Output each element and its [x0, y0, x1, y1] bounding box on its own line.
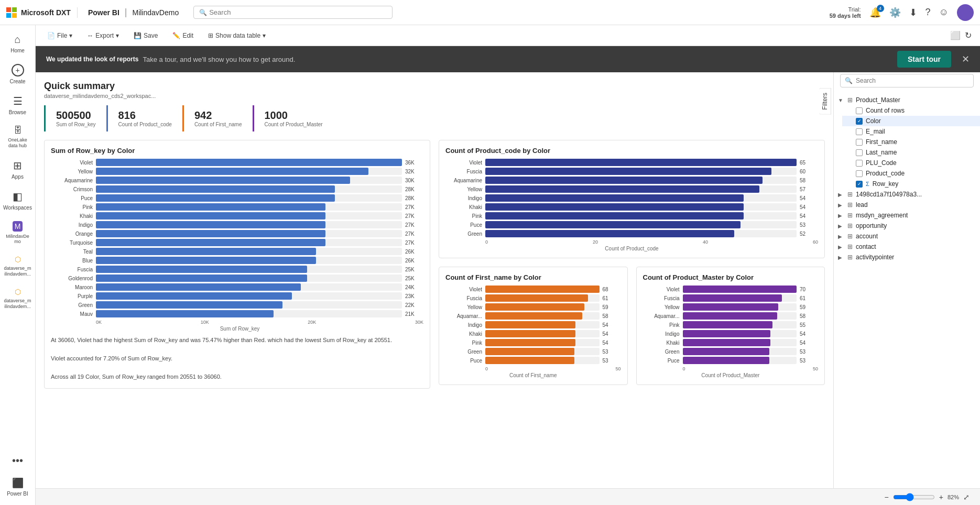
tree-field-e_mail[interactable]: E_mail — [842, 126, 980, 137]
sidebar-label-apps: Apps — [12, 174, 24, 180]
notification-bell[interactable]: 🔔 4 — [869, 7, 881, 18]
smiley-icon[interactable]: ☺ — [939, 7, 949, 18]
ms-yellow — [12, 13, 17, 18]
tree-field-color[interactable]: ✓ Color — [842, 116, 980, 126]
show-data-table-button[interactable]: ⊞ Show data table ▾ — [205, 30, 269, 41]
bar-container — [96, 168, 402, 175]
tree-group-row[interactable]: ▼ ⊞ Product_Master — [834, 95, 980, 105]
home-icon: ⌂ — [14, 34, 20, 46]
tree-field-count-of-rows[interactable]: Count of rows — [842, 105, 980, 116]
edit-button[interactable]: ✏️ Edit — [169, 30, 197, 41]
bar-label: Khaki — [445, 331, 482, 337]
bar-value: 32K — [405, 169, 423, 174]
topnav-right: Trial: 59 days left 🔔 4 ⚙️ ⬇ ? ☺ — [830, 4, 974, 21]
bar-row: Yellow 59 — [643, 303, 819, 311]
tree-field-plu_code[interactable]: PLU_Code — [842, 158, 980, 168]
bar-container — [96, 194, 402, 202]
tree-field-checkbox[interactable] — [856, 128, 863, 135]
avatar[interactable] — [957, 4, 974, 21]
your-data-search[interactable]: 🔍 — [840, 74, 974, 87]
zoom-out-button[interactable]: − — [883, 492, 891, 502]
quick-summary-title: Quick summary — [44, 81, 825, 92]
tree-field-checkbox[interactable] — [856, 107, 863, 114]
sidebar-item-onelake[interactable]: 🗄 OneLakedata hub — [2, 122, 34, 153]
bar-row: Green 53 — [445, 348, 621, 355]
bar-row: Indigo 27K — [56, 221, 423, 228]
zoom-slider[interactable] — [893, 493, 935, 501]
tree-group-1498cd1a7f104978a3...[interactable]: ▶ ⊞ 1498cd1a7f104978a3... — [834, 189, 980, 200]
metric-label: Count of First_name — [194, 122, 242, 127]
filters-tab[interactable]: Filters — [819, 88, 831, 115]
save-button[interactable]: 💾 Save — [130, 30, 161, 41]
tree-field-first_name[interactable]: First_name — [842, 137, 980, 147]
export-button[interactable]: ↔ Export ▾ — [84, 30, 122, 41]
dv1-icon: ⬡ — [15, 255, 21, 264]
onelake-icon: 🗄 — [14, 126, 22, 135]
tree-group-lead[interactable]: ▶ ⊞ lead — [834, 200, 980, 210]
chart2-bar-chart: Violet 65 Fuscia 60 Aquamarine 58 Yellow… — [445, 159, 818, 237]
bar-row: Indigo 54 — [445, 321, 621, 328]
tree-group-row[interactable]: ▶ ⊞ msdyn_agreement — [834, 210, 980, 221]
rp-search-input[interactable] — [856, 77, 969, 84]
tree-group-account[interactable]: ▶ ⊞ account — [834, 231, 980, 241]
tree-group-contact[interactable]: ▶ ⊞ contact — [834, 241, 980, 252]
tree-field-checkbox[interactable] — [856, 139, 863, 146]
sidebar-item-home[interactable]: ⌂ Home — [2, 29, 34, 58]
help-icon[interactable]: ? — [925, 7, 931, 18]
download-icon[interactable]: ⬇ — [909, 7, 917, 18]
sidebar-label-workspaces: Workspaces — [3, 205, 32, 211]
start-tour-button[interactable]: Start tour — [897, 51, 951, 68]
tree-field-product_code[interactable]: Product_code — [842, 168, 980, 179]
sidebar-item-create[interactable]: + Create — [2, 60, 34, 89]
bar-value: 27K — [405, 240, 423, 246]
tree-group-row[interactable]: ▶ ⊞ activitypointer — [834, 252, 980, 262]
tree-group-label: activitypointer — [856, 254, 894, 261]
file-button[interactable]: 📄 File ▾ — [44, 30, 75, 41]
tree-field-checkbox[interactable] — [856, 170, 863, 177]
refresh-icon[interactable]: ↻ — [965, 30, 972, 40]
sidebar-item-dv1[interactable]: ⬡ dataverse_milindavdem... — [2, 251, 34, 281]
tree-group-row[interactable]: ▶ ⊞ 1498cd1a7f104978a3... — [834, 189, 980, 200]
bar-container — [96, 177, 402, 184]
zoom-in-button[interactable]: + — [937, 492, 945, 502]
bar-row: Fuscia 60 — [445, 168, 818, 175]
tree-group-row[interactable]: ▶ ⊞ lead — [834, 200, 980, 210]
banner-close-button[interactable]: ✕ — [962, 53, 970, 65]
bar-row: Pink 54 — [445, 212, 818, 219]
tree-field-checkbox[interactable] — [856, 149, 863, 156]
tree-group-row[interactable]: ▶ ⊞ contact — [834, 241, 980, 252]
sidebar-item-apps[interactable]: ⊞ Apps — [2, 155, 34, 184]
tree-field-checkbox[interactable] — [856, 160, 863, 167]
sidebar-item-milindavdemo[interactable]: M MilindavDemo — [2, 217, 34, 249]
global-search-input[interactable] — [209, 8, 387, 16]
tree-field-checkbox[interactable]: ✓ — [856, 118, 863, 125]
milindavdemo-icon: M — [13, 221, 23, 232]
fit-to-window-icon[interactable]: ⤢ — [961, 492, 972, 502]
tree-field-row_key[interactable]: ✓ Σ Row_key — [842, 179, 980, 189]
tree-group-activitypointer[interactable]: ▶ ⊞ activitypointer — [834, 252, 980, 262]
bar-value: 68 — [603, 287, 621, 292]
bar-fill — [96, 292, 292, 300]
tree-group-label: contact — [856, 243, 876, 250]
tree-field-label: Row_key — [873, 180, 898, 188]
tree-group-product_master[interactable]: ▼ ⊞ Product_Master Count of rows ✓ Color — [834, 95, 980, 189]
tree-field-last_name[interactable]: Last_name — [842, 147, 980, 158]
bar-value: 25K — [405, 267, 423, 272]
tree-field-checkbox[interactable]: ✓ — [856, 181, 863, 188]
bar-label: Fuscia — [445, 169, 482, 174]
bar-value: 24K — [405, 284, 423, 290]
bar-label: Pink — [445, 340, 482, 346]
sidebar-item-browse[interactable]: ☰ Browse — [2, 91, 34, 119]
tree-group-row[interactable]: ▶ ⊞ opportunity — [834, 221, 980, 231]
tree-group-msdyn_agreement[interactable]: ▶ ⊞ msdyn_agreement — [834, 210, 980, 221]
settings-icon[interactable]: ⚙️ — [889, 7, 901, 18]
tree-group-row[interactable]: ▶ ⊞ account — [834, 231, 980, 241]
tree-group-opportunity[interactable]: ▶ ⊞ opportunity — [834, 221, 980, 231]
sidebar-item-more[interactable]: ••• — [2, 451, 34, 471]
bar-label: Violet — [445, 287, 482, 292]
global-search-box[interactable]: 🔍 — [193, 6, 393, 19]
tree-expand-icon: ▶ — [838, 244, 844, 250]
sidebar-item-dv2[interactable]: ⬡ dataverse_milindavdem... — [2, 283, 34, 314]
sidebar-item-workspaces[interactable]: ◧ Workspaces — [2, 186, 34, 215]
window-icon[interactable]: ⬜ — [950, 30, 961, 40]
